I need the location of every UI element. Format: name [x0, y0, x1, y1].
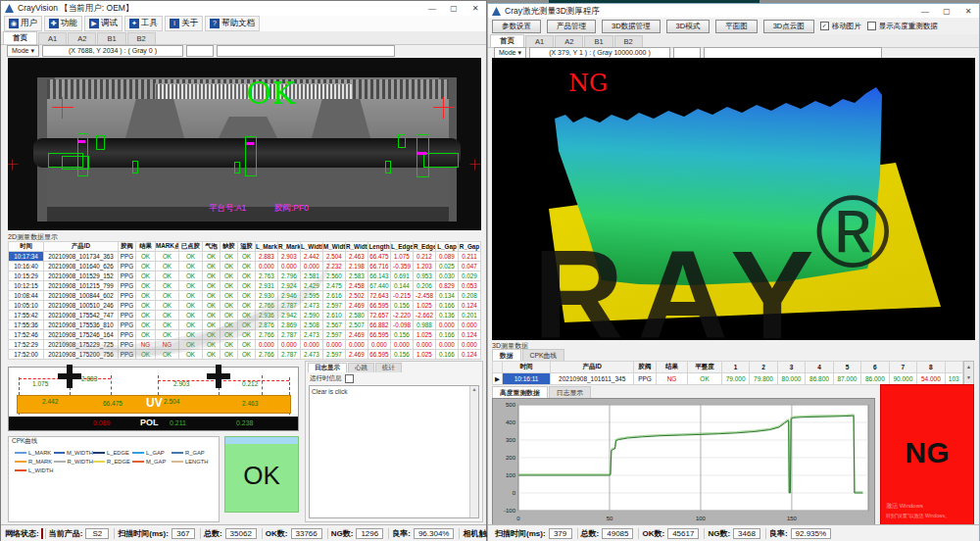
- help-icon: ?: [210, 19, 220, 28]
- menu-item-工具[interactable]: ✦工具: [124, 16, 163, 31]
- menu-item-帮助文档[interactable]: ?帮助文档: [205, 16, 260, 31]
- scroll-down-icon[interactable]: ▼: [964, 372, 973, 383]
- col-结果: 结果: [136, 242, 156, 252]
- col-胶阀: 胶阀: [119, 242, 136, 252]
- checkbox-icon[interactable]: ✓: [820, 22, 829, 30]
- valve-label: 胶阀:PF0: [274, 203, 309, 215]
- left-statusbar: 网络状态: 当前产品:S2扫描时间(ms):367总数:35062OK数:337…: [1, 524, 486, 541]
- diagram-cross-right: [207, 365, 230, 388]
- toolbar-button-3D模式[interactable]: 3D模式: [666, 20, 710, 33]
- left-titlebar: CrayVision 【当前用户: OEM】 — ▢ ✕: [1, 1, 486, 17]
- minimize-icon[interactable]: —: [914, 7, 936, 16]
- menu-item-功能[interactable]: ✚功能: [44, 16, 82, 31]
- diagram-cross-left: [58, 365, 81, 388]
- toolbar-button-产品管理[interactable]: 产品管理: [547, 20, 596, 33]
- table-row[interactable]: 10:05:1020210908_100510_246PPGOKOKOKOKOK…: [9, 301, 481, 311]
- about-icon: i: [170, 19, 179, 28]
- 2d-measurement-table[interactable]: 时间产品ID胶阀结果MARK点已点胶气泡缺胶溢胶L_MarkR_MarkL_Wi…: [8, 241, 481, 360]
- menu-item-调试[interactable]: ▶调试: [84, 16, 122, 31]
- table-row[interactable]: 17:52:2920210908_175229_725PPGNGNGOKOKOK…: [9, 340, 481, 350]
- 2d-result-panel-text: OK: [225, 461, 298, 491]
- 3d-height-view[interactable]: NG RAY ®: [492, 58, 975, 340]
- table-row[interactable]: 17:52:0020210908_175200_756PPGOKOKOKOKOK…: [9, 350, 481, 360]
- maximize-icon[interactable]: ▢: [443, 4, 465, 13]
- windows-activate-watermark-line2: 转到"设置"以激活 Windows。: [886, 513, 950, 518]
- checkbox-显示高度重测数据[interactable]: 显示高度重测数据: [867, 22, 938, 31]
- status-当前产品: 当前产品:S2: [45, 528, 113, 539]
- 3d-result-panel-text: NG: [881, 436, 973, 469]
- log-tab-日志显示[interactable]: 日志显示: [308, 363, 347, 372]
- legend-marker: [93, 461, 105, 463]
- legend-marker: [132, 452, 144, 454]
- col-产品ID: 产品ID: [44, 242, 119, 252]
- platform-label: 平台号:A1: [209, 203, 246, 215]
- table-row[interactable]: 17:52:4620210908_175246_164PPGOKOKOKOKOK…: [9, 330, 481, 340]
- menu-item-关于[interactable]: i关于: [165, 16, 203, 31]
- col-M_Width: M_Width: [323, 242, 346, 252]
- col-溢胶: 溢胶: [238, 242, 256, 252]
- runtime-info-checkbox[interactable]: [345, 374, 354, 383]
- col-R_Gap: R_Gap: [459, 242, 481, 252]
- dim-l-mark: 1.075: [32, 380, 48, 387]
- table-row[interactable]: 17:55:3620210908_175536_810PPGOKOKOKOKOK…: [9, 320, 481, 330]
- roi-box: [132, 161, 138, 173]
- table-row[interactable]: 10:08:4420210908_100844_602PPGOKOKOKOKOK…: [9, 291, 481, 301]
- mode-dropdown[interactable]: Mode ▾: [494, 47, 526, 59]
- close-icon[interactable]: ✕: [957, 7, 979, 16]
- menu-item-用户[interactable]: ◉用户: [4, 16, 42, 31]
- maximize-icon[interactable]: ▢: [936, 7, 957, 16]
- tab-left-首页[interactable]: 首页: [3, 31, 37, 44]
- legend-item-M_WIDTH: M_WIDTH: [54, 448, 93, 457]
- checkbox-icon[interactable]: [867, 22, 876, 30]
- 2d-inspection-image[interactable]: OK 平台号:A1 胶阀:PF0: [8, 58, 481, 230]
- mode-cell-1: [186, 45, 214, 57]
- left-modebar: Mode ▾ (X 7688, Y 2034 ) : ( Gray 0 ): [1, 44, 486, 57]
- left-window-title: CrayVision 【当前用户: OEM】: [18, 3, 421, 15]
- col-缺胶: 缺胶: [220, 242, 238, 252]
- table-scrollbar[interactable]: ▲ ▼: [963, 361, 974, 386]
- log-textarea[interactable]: Clear is click ▲: [309, 385, 479, 518]
- status-总数: 总数:35062: [200, 528, 260, 539]
- col-时间: 时间: [503, 362, 551, 373]
- toolbar-button-平面图[interactable]: 平面图: [715, 20, 758, 33]
- right-toolbar: 参数设置产品管理3D数据管理3D模式平面图3D点云图✓移动图片显示高度重测数据: [488, 18, 979, 35]
- 3d-result-text: NG: [568, 70, 608, 97]
- table-row[interactable]: 10:16:4020210908_101640_626PPGOKOKOKOKOK…: [9, 262, 481, 271]
- status-扫描时间: 扫描时间(ms):379: [492, 528, 575, 539]
- toolbar-button-3D数据管理[interactable]: 3D数据管理: [602, 20, 661, 33]
- 3d-measurement-table[interactable]: 时间产品ID胶阀结果平整度12345678▶10:16:1120210908_1…: [492, 361, 963, 385]
- log-scrollbar[interactable]: ▲: [469, 386, 478, 517]
- pol-strip: 0.089 POL 0.211 0.238: [9, 417, 298, 430]
- log-tab-心跳[interactable]: 心跳: [348, 363, 374, 372]
- legend-marker: [172, 461, 183, 463]
- right-window-title: Cray激光测量3D测厚程序: [505, 6, 914, 18]
- tab-left-B2[interactable]: B2: [127, 32, 156, 44]
- minimize-icon[interactable]: —: [421, 4, 443, 13]
- svg-text:300: 300: [506, 437, 516, 443]
- desktop: CrayVision 【当前用户: OEM】 — ▢ ✕ ◉用户✚功能▶调试✦工…: [0, 0, 980, 541]
- mode-dropdown[interactable]: Mode ▾: [7, 45, 39, 57]
- close-icon[interactable]: ✕: [465, 4, 486, 13]
- dim-r-height: 2.903: [173, 380, 189, 387]
- legend-marker: [15, 452, 26, 454]
- col-L_Width: L_Width: [301, 242, 323, 252]
- status-总数: 总数:49085: [577, 528, 637, 539]
- table-row[interactable]: 10:12:1520210908_101215_799PPGOKOKOKOKOK…: [9, 281, 481, 291]
- legend-marker: [93, 452, 105, 454]
- right-window: Cray激光测量3D测厚程序 — ▢ ✕ 参数设置产品管理3D数据管理3D模式平…: [487, 3, 980, 541]
- col-Length: Length: [368, 242, 391, 252]
- windows-activate-watermark-line1: 激活 Windows: [886, 502, 923, 511]
- checkbox-移动图片[interactable]: ✓移动图片: [820, 22, 861, 31]
- toolbar-button-参数设置[interactable]: 参数设置: [492, 20, 541, 33]
- tab-left-A1[interactable]: A1: [38, 32, 67, 44]
- svg-text:-100: -100: [504, 508, 516, 514]
- table-row[interactable]: 10:17:3420210908_101734_363PPGOKOKOKOKOK…: [9, 252, 481, 262]
- toolbar-button-3D点云图[interactable]: 3D点云图: [763, 20, 814, 33]
- table-row[interactable]: 17:55:4220210908_175542_747PPGOKOKOKOKOK…: [9, 311, 481, 320]
- table-row[interactable]: ▶10:16:1120210908_101611_345PPGNGOK79.00…: [493, 373, 963, 385]
- tab-left-A2[interactable]: A2: [68, 32, 96, 44]
- log-tab-统计[interactable]: 统计: [375, 363, 402, 372]
- scroll-up-icon[interactable]: ▲: [964, 362, 973, 372]
- table-row[interactable]: 10:15:2920210908_101529_152PPGOKOKOKOKOK…: [9, 271, 481, 281]
- tab-left-B1[interactable]: B1: [97, 32, 125, 44]
